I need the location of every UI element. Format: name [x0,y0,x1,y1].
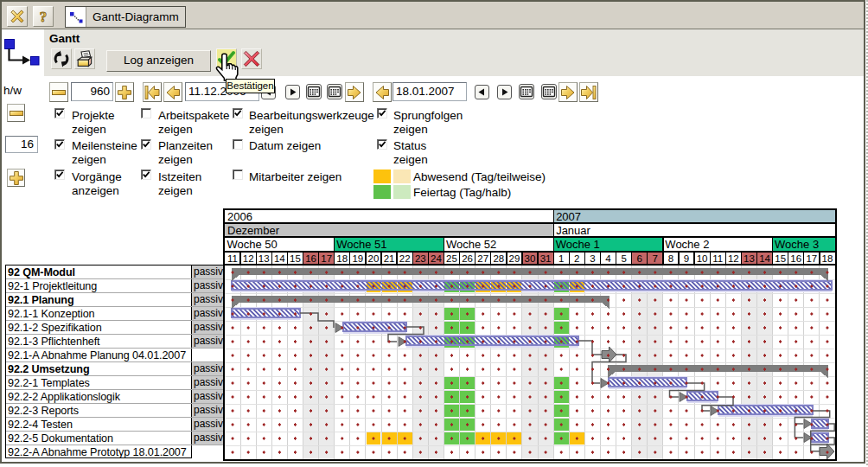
svg-text:11: 11 [712,253,723,264]
svg-text:30: 30 [525,253,536,264]
svg-text:Woche 2: Woche 2 [665,238,709,251]
svg-text:2006: 2006 [227,210,252,223]
svg-text:Januar: Januar [556,224,590,237]
svg-text:23: 23 [415,253,426,264]
svg-text:21: 21 [384,253,395,264]
svg-text:31: 31 [540,253,552,264]
svg-text:24: 24 [431,253,442,264]
svg-text:22: 22 [399,253,411,264]
svg-text:14: 14 [274,253,285,264]
svg-text:Woche 51: Woche 51 [336,238,386,251]
svg-text:9: 9 [684,253,689,264]
svg-text:15: 15 [290,253,301,264]
svg-text:3: 3 [590,253,595,264]
svg-text:Woche 1: Woche 1 [556,238,600,251]
svg-text:17: 17 [806,253,817,264]
svg-text:4: 4 [605,253,611,264]
svg-text:16: 16 [305,253,316,264]
svg-text:27: 27 [477,253,488,264]
svg-text:19: 19 [352,253,363,264]
svg-text:26: 26 [462,253,473,264]
svg-text:12: 12 [728,253,739,264]
svg-text:11: 11 [227,253,238,264]
svg-text:17: 17 [321,253,332,264]
svg-text:Woche 3: Woche 3 [775,238,819,251]
svg-text:15: 15 [775,253,786,264]
svg-text:12: 12 [243,253,254,264]
svg-text:13: 13 [258,253,270,264]
svg-text:8: 8 [668,253,673,264]
svg-text:13: 13 [744,253,755,264]
svg-text:29: 29 [509,253,520,264]
svg-text:2007: 2007 [556,210,581,223]
svg-text:18: 18 [336,253,348,264]
svg-text:Woche 52: Woche 52 [446,238,496,251]
svg-text:25: 25 [446,253,457,264]
svg-text:20: 20 [368,253,380,264]
svg-text:16: 16 [790,253,801,264]
svg-text:1: 1 [558,253,564,264]
svg-text:6: 6 [637,253,642,264]
svg-text:7: 7 [653,253,658,264]
svg-text:Woche 50: Woche 50 [227,238,278,251]
svg-text:2: 2 [574,253,579,264]
svg-text:?: ? [40,10,48,23]
svg-text:10: 10 [697,253,708,264]
svg-text:28: 28 [493,253,504,264]
svg-text:Dezember: Dezember [227,224,280,237]
svg-text:5: 5 [621,253,626,264]
svg-text:18: 18 [822,253,833,264]
svg-text:14: 14 [759,253,770,264]
